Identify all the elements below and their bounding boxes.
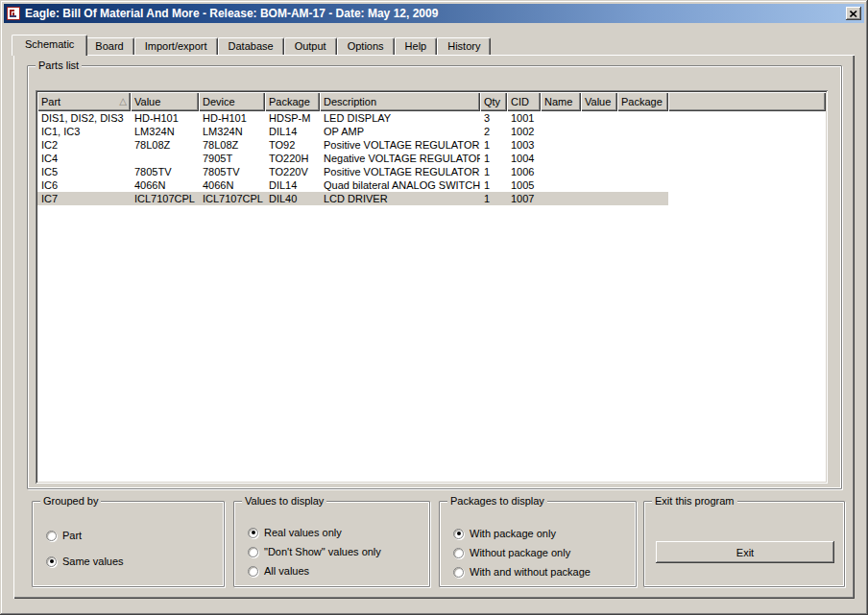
column-header-name-2[interactable]: Name <box>541 92 581 111</box>
tab-help[interactable]: Help <box>395 37 438 55</box>
cell-qty: 1 <box>480 192 507 205</box>
application-window: Eagle: Bill Of Material And More - Relea… <box>0 0 868 615</box>
tab-label: Import/export <box>145 40 207 52</box>
radio-checked-icon[interactable] <box>46 556 57 567</box>
cell-value2 <box>581 152 617 165</box>
parts-list-group-label: Parts list <box>36 59 82 72</box>
radio-checked-icon[interactable] <box>453 529 464 539</box>
column-header-value[interactable]: Value <box>131 92 199 111</box>
cell-device: ICL7107CPL <box>199 192 265 205</box>
cell-device: 4066N <box>199 178 265 192</box>
radio-unchecked-icon[interactable] <box>248 566 258 577</box>
parts-list-table[interactable]: Part△ValueDevicePackageDescriptionQtyCID… <box>36 90 828 484</box>
cell-device: 78L08Z <box>199 138 265 152</box>
tab-output[interactable]: Output <box>284 37 337 55</box>
radio-label: With and without package <box>470 566 591 578</box>
column-header-package[interactable]: Package <box>265 92 320 111</box>
tab-label: Schematic <box>25 38 74 50</box>
tab-label: Output <box>295 40 326 52</box>
cell-part: IC4 <box>37 152 131 165</box>
cell-cid: 1006 <box>507 165 541 178</box>
tab-options[interactable]: Options <box>337 37 395 55</box>
table-row-dis1-dis2-dis3[interactable]: DIS1, DIS2, DIS3HD-H101HD-H101HDSP-MLED … <box>37 111 668 125</box>
tab-bar: SchematicBoardImport/exportDatabaseOutpu… <box>13 35 855 55</box>
cell-description: Quad bilateral ANALOG SWITCH <box>320 178 480 192</box>
close-icon <box>850 11 857 17</box>
cell-name <box>541 192 581 205</box>
cell-device: HD-H101 <box>199 111 265 125</box>
column-header-description[interactable]: Description <box>320 92 480 111</box>
cell-value: HD-H101 <box>131 111 199 125</box>
tab-import-export[interactable]: Import/export <box>134 37 218 55</box>
cell-cid: 1003 <box>507 138 541 152</box>
column-header-part[interactable]: Part△ <box>37 92 131 111</box>
cell-package2 <box>617 165 668 178</box>
cell-name <box>541 178 581 192</box>
tab-history[interactable]: History <box>437 37 491 55</box>
table-row-ic5[interactable]: IC57805TV7805TVTO220VPositive VOLTAGE RE… <box>37 165 668 178</box>
table-row-ic6[interactable]: IC64066N4066NDIL14Quad bilateral ANALOG … <box>37 178 668 192</box>
table-row-ic7[interactable]: IC7ICL7107CPLICL7107CPLDIL40LCD DRIVER11… <box>37 192 668 205</box>
cell-cid: 1007 <box>507 192 541 205</box>
radio-option-with-package-only[interactable]: With package only <box>453 527 630 540</box>
parts-list-header: Part△ValueDevicePackageDescriptionQtyCID… <box>37 92 826 111</box>
column-header-package-2[interactable]: Package <box>617 92 668 111</box>
table-row-ic2[interactable]: IC278L08Z78L08ZTO92Positive VOLTAGE REGU… <box>37 138 668 152</box>
radio-unchecked-icon[interactable] <box>453 548 464 558</box>
radio-unchecked-icon[interactable] <box>46 531 57 541</box>
eagle-app-icon <box>7 7 20 20</box>
parts-list-rows: DIS1, DIS2, DIS3HD-H101HD-H101HDSP-MLED … <box>37 111 826 205</box>
cell-device: 7805TV <box>199 165 265 178</box>
radio-option-part[interactable]: Part <box>46 529 218 542</box>
cell-device: 7905T <box>199 152 265 165</box>
cell-value <box>131 152 199 165</box>
cell-description: LED DISPLAY <box>320 111 480 125</box>
radio-option-real-values-only[interactable]: Real values only <box>248 526 423 539</box>
cell-description: OP AMP <box>320 125 480 138</box>
cell-part: IC6 <box>37 178 131 192</box>
cell-value: LM324N <box>131 125 199 138</box>
column-header-label: Value <box>134 93 195 110</box>
exit-button[interactable]: Exit <box>656 541 834 563</box>
column-header-value-2[interactable]: Value <box>581 92 617 111</box>
cell-name <box>541 165 581 178</box>
cell-cid: 1001 <box>507 111 541 125</box>
cell-cid: 1005 <box>507 178 541 192</box>
radio-label: Same values <box>62 556 124 567</box>
cell-name <box>541 125 581 138</box>
column-header-qty[interactable]: Qty <box>480 92 507 111</box>
radio-option-don-t-show-values-only[interactable]: "Don't Show" values only <box>248 545 423 558</box>
sort-ascending-icon: △ <box>119 97 127 106</box>
tab-board[interactable]: Board <box>85 37 133 55</box>
radio-option-without-package-only[interactable]: Without package only <box>453 546 630 559</box>
cell-package: DIL14 <box>265 125 320 138</box>
cell-package: DIL40 <box>265 192 320 205</box>
table-row-ic1-ic3[interactable]: IC1, IC3LM324NLM324NDIL14OP AMP21002 <box>37 125 668 138</box>
column-header-cid[interactable]: CID <box>507 92 541 111</box>
radio-option-with-and-without-package[interactable]: With and without package <box>453 565 630 579</box>
radio-label: "Don't Show" values only <box>264 546 381 557</box>
cell-part: IC1, IC3 <box>37 125 131 138</box>
radio-option-all-values[interactable]: All values <box>248 564 423 578</box>
cell-value2 <box>581 138 617 152</box>
close-button[interactable] <box>846 7 861 20</box>
exit-group-label: Exit this program <box>652 495 737 508</box>
radio-option-same-values[interactable]: Same values <box>46 555 218 568</box>
radio-label: Without package only <box>470 547 570 558</box>
table-row-ic4[interactable]: IC47905TTO220HNegative VOLTAGE REGULATOR… <box>37 152 668 165</box>
radio-unchecked-icon[interactable] <box>453 567 464 578</box>
values-to-display-group: Values to display Real values only"Don't… <box>233 501 430 587</box>
radio-checked-icon[interactable] <box>248 528 258 538</box>
cell-package2 <box>617 125 668 138</box>
cell-qty: 3 <box>480 111 507 125</box>
cell-device: LM324N <box>199 125 265 138</box>
packages-to-display-group: Packages to display With package onlyWit… <box>439 501 637 587</box>
column-header-device[interactable]: Device <box>199 92 265 111</box>
title-bar[interactable]: Eagle: Bill Of Material And More - Relea… <box>4 4 864 23</box>
cell-package: DIL14 <box>265 178 320 192</box>
radio-unchecked-icon[interactable] <box>248 547 258 557</box>
tab-schematic[interactable]: Schematic <box>12 35 87 56</box>
radio-label: All values <box>264 565 309 577</box>
cell-description: Positive VOLTAGE REGULATOR <box>320 138 480 152</box>
tab-database[interactable]: Database <box>218 37 284 55</box>
